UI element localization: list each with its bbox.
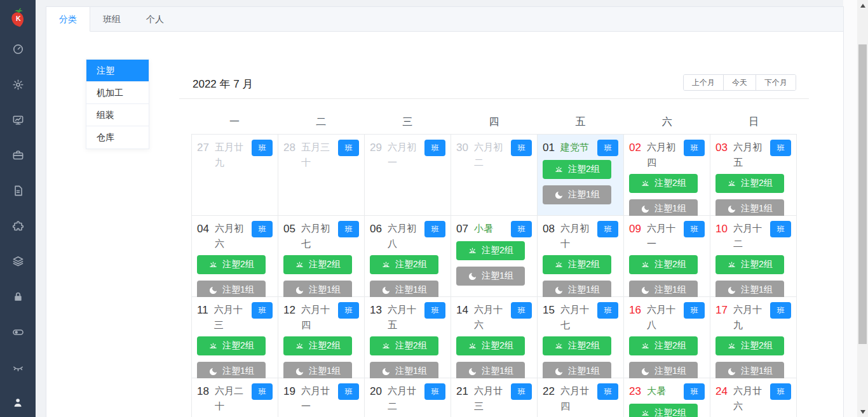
calendar-day-cell[interactable]: 16六月十八班注塑2组注塑1组 — [624, 297, 710, 378]
calendar-day-cell[interactable]: 11六月十三班注塑2组注塑1组 — [192, 297, 278, 378]
work-day-badge[interactable]: 班 — [511, 383, 532, 400]
calendar-day-cell[interactable]: 19六月廿一班注塑2组注塑1组 — [278, 378, 365, 417]
day-shift-button[interactable]: 注塑2组 — [370, 255, 438, 274]
work-day-badge[interactable]: 班 — [684, 221, 705, 237]
calendar-day-cell[interactable]: 24六月廿六班注塑2组注塑1组 — [710, 378, 797, 417]
sidebar-item-toggle[interactable] — [0, 315, 36, 350]
calendar-day-cell[interactable]: 30六月初二班 — [451, 135, 538, 216]
calendar-day-cell[interactable]: 22六月廿四班注塑2组注塑1组 — [538, 378, 624, 417]
work-day-badge[interactable]: 班 — [252, 140, 273, 156]
work-day-badge[interactable]: 班 — [338, 302, 359, 319]
scroll-down-arrow-icon[interactable] — [857, 406, 868, 417]
app-logo[interactable]: K — [0, 0, 36, 36]
work-day-badge[interactable]: 班 — [424, 140, 445, 156]
category-item-machining[interactable]: 机加工 — [86, 82, 149, 104]
scrollbar-thumb[interactable] — [858, 44, 867, 344]
category-item-warehouse[interactable]: 仓库 — [86, 126, 149, 149]
calendar-day-cell[interactable]: 28五月三十班 — [278, 135, 365, 216]
calendar-day-cell[interactable]: 03六月初五班注塑2组注塑1组 — [710, 135, 797, 216]
work-day-badge[interactable]: 班 — [252, 383, 273, 400]
calendar-day-cell[interactable]: 01建党节班注塑2组注塑1组 — [538, 135, 624, 216]
calendar-day-cell[interactable]: 21六月廿三班注塑2组注塑1组 — [451, 378, 538, 417]
calendar-day-cell[interactable]: 06六月初八班注塑2组注塑1组 — [365, 216, 451, 297]
sidebar-item-document[interactable] — [0, 173, 36, 209]
day-shift-button[interactable]: 注塑2组 — [629, 174, 698, 193]
work-day-badge[interactable]: 班 — [252, 221, 273, 237]
calendar-day-cell[interactable]: 13六月十五班注塑2组注塑1组 — [365, 297, 451, 378]
work-day-badge[interactable]: 班 — [597, 221, 618, 237]
calendar-day-cell[interactable]: 07小暑班注塑2组注塑1组 — [451, 216, 538, 297]
next-month-button[interactable]: 下个月 — [756, 75, 796, 90]
day-shift-button[interactable]: 注塑2组 — [543, 255, 611, 274]
work-day-badge[interactable]: 班 — [770, 221, 791, 237]
work-day-badge[interactable]: 班 — [684, 383, 705, 400]
calendar-day-cell[interactable]: 05六月初七班注塑2组注塑1组 — [278, 216, 365, 297]
day-shift-button[interactable]: 注塑2组 — [197, 336, 266, 355]
sidebar-item-settings[interactable] — [0, 67, 36, 103]
tab-personal[interactable]: 个人 — [133, 7, 177, 31]
calendar-day-cell[interactable]: 18六月二十班注塑2组注塑1组 — [192, 378, 278, 417]
work-day-badge[interactable]: 班 — [770, 383, 791, 400]
sidebar-item-users[interactable] — [0, 385, 36, 417]
day-shift-button[interactable]: 注塑2组 — [543, 160, 611, 179]
calendar-day-cell[interactable]: 08六月初十班注塑2组注塑1组 — [538, 216, 624, 297]
tab-group[interactable]: 班组 — [90, 7, 133, 31]
sidebar-item-lock[interactable] — [0, 279, 36, 315]
work-day-badge[interactable]: 班 — [338, 383, 359, 400]
work-day-badge[interactable]: 班 — [511, 140, 532, 156]
sidebar-item-dashboard[interactable] — [0, 32, 36, 67]
calendar-day-cell[interactable]: 04六月初六班注塑2组注塑1组 — [192, 216, 278, 297]
day-shift-button[interactable]: 注塑2组 — [543, 336, 611, 355]
calendar-day-cell[interactable]: 02六月初四班注塑2组注塑1组 — [624, 135, 710, 216]
tab-category[interactable]: 分类 — [46, 7, 90, 32]
vertical-scrollbar[interactable] — [857, 0, 868, 417]
day-shift-button[interactable]: 注塑2组 — [715, 255, 784, 274]
category-item-assembly[interactable]: 组装 — [86, 104, 149, 126]
calendar-day-cell[interactable]: 09六月十一班注塑2组注塑1组 — [624, 216, 710, 297]
sidebar-item-layers[interactable] — [0, 244, 36, 279]
sidebar-item-puzzle[interactable] — [0, 208, 36, 244]
day-shift-button[interactable]: 注塑2组 — [456, 336, 525, 355]
day-shift-button[interactable]: 注塑2组 — [715, 174, 784, 193]
prev-month-button[interactable]: 上个月 — [684, 75, 723, 90]
work-day-badge[interactable]: 班 — [597, 302, 618, 319]
calendar-day-cell[interactable]: 15六月十七班注塑2组注塑1组 — [538, 297, 624, 378]
calendar-day-cell[interactable]: 29六月初一班 — [365, 135, 451, 216]
work-day-badge[interactable]: 班 — [684, 302, 705, 319]
today-button[interactable]: 今天 — [723, 75, 756, 90]
scroll-up-arrow-icon[interactable] — [857, 0, 868, 11]
night-shift-button[interactable]: 注塑1组 — [543, 185, 611, 204]
work-day-badge[interactable]: 班 — [770, 140, 791, 156]
calendar-day-cell[interactable]: 12六月十四班注塑2组注塑1组 — [278, 297, 365, 378]
work-day-badge[interactable]: 班 — [597, 383, 618, 400]
calendar-day-cell[interactable]: 17六月十九班注塑2组注塑1组 — [710, 297, 797, 378]
sidebar-item-eye-closed[interactable] — [0, 350, 36, 385]
day-shift-button[interactable]: 注塑2组 — [370, 336, 438, 355]
work-day-badge[interactable]: 班 — [424, 302, 445, 319]
work-day-badge[interactable]: 班 — [597, 140, 618, 156]
day-shift-button[interactable]: 注塑2组 — [283, 255, 352, 274]
category-item-injection-molding[interactable]: 注塑 — [86, 60, 149, 82]
work-day-badge[interactable]: 班 — [511, 302, 532, 319]
work-day-badge[interactable]: 班 — [338, 221, 359, 237]
work-day-badge[interactable]: 班 — [684, 140, 705, 156]
calendar-day-cell[interactable]: 10六月十二班注塑2组注塑1组 — [710, 216, 797, 297]
sidebar-item-chart-board[interactable] — [0, 102, 36, 138]
day-shift-button[interactable]: 注塑2组 — [456, 241, 525, 260]
calendar-day-cell[interactable]: 27五月廿九班 — [192, 135, 278, 216]
night-shift-button[interactable]: 注塑1组 — [456, 267, 525, 286]
day-shift-button[interactable]: 注塑2组 — [629, 404, 698, 417]
sidebar-item-briefcase[interactable] — [0, 138, 36, 173]
day-shift-button[interactable]: 注塑2组 — [629, 336, 698, 355]
work-day-badge[interactable]: 班 — [770, 302, 791, 319]
day-shift-button[interactable]: 注塑2组 — [197, 255, 266, 274]
work-day-badge[interactable]: 班 — [424, 383, 445, 400]
calendar-day-cell[interactable]: 14六月十六班注塑2组注塑1组 — [451, 297, 538, 378]
day-shift-button[interactable]: 注塑2组 — [283, 336, 352, 355]
day-shift-button[interactable]: 注塑2组 — [715, 336, 784, 355]
work-day-badge[interactable]: 班 — [252, 302, 273, 319]
calendar-day-cell[interactable]: 20六月廿二班注塑2组注塑1组 — [365, 378, 451, 417]
work-day-badge[interactable]: 班 — [511, 221, 532, 237]
work-day-badge[interactable]: 班 — [424, 221, 445, 237]
work-day-badge[interactable]: 班 — [338, 140, 359, 156]
